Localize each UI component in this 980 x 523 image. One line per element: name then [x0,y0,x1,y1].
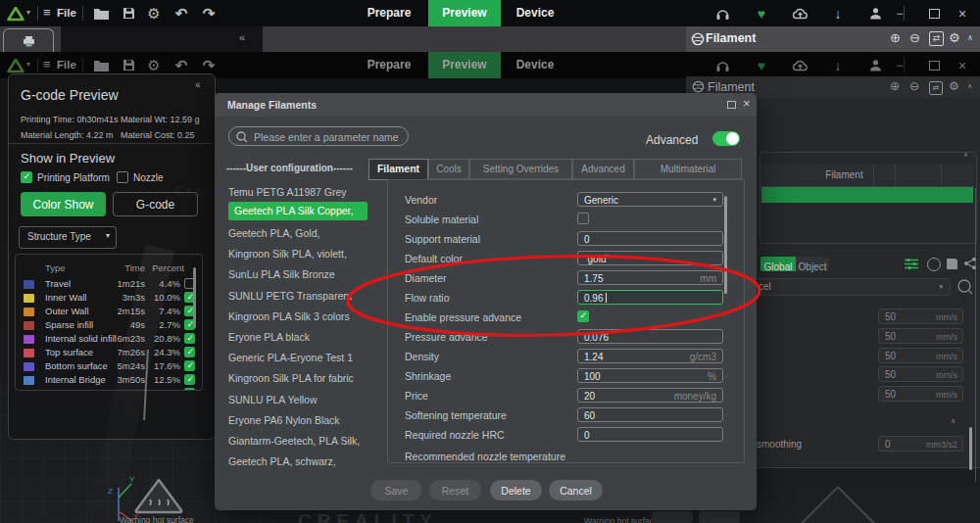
reset-button[interactable]: Reset [429,480,481,500]
list-item[interactable]: Generic PLA-Eryone Test 1 [228,349,375,367]
save-button[interactable]: Save [370,480,422,500]
advanced-toggle[interactable] [712,131,740,146]
speed-input[interactable]: 50mm/s [878,366,963,382]
restore-button[interactable] [929,9,940,19]
list-item[interactable]: SUNLU PLA Yellow [228,391,375,409]
softening-temperature-input[interactable]: 60 [577,407,723,422]
preset-dropdown[interactable]: cel ▾ [755,278,951,296]
settings-gear-icon[interactable]: ⚙ [145,0,163,26]
row-visibility-checkbox[interactable] [184,388,195,391]
list-item[interactable]: SunLu PLA Silk Bronze [228,265,375,284]
filament-color-row[interactable] [761,187,973,203]
row-visibility-checkbox[interactable] [184,360,195,371]
redo-icon[interactable]: ↷ [200,0,218,26]
printing-platform-checkbox[interactable] [21,171,32,183]
dialog-titlebar[interactable]: Manage Filaments × [215,93,757,117]
user-icon[interactable] [866,0,884,26]
document-tab[interactable] [3,28,54,52]
enable-pressure-advance-checkbox[interactable] [577,310,589,322]
tab-multimaterial[interactable]: Multimaterial [634,159,742,179]
collapse-panel-button[interactable]: « [195,79,201,90]
history-icon[interactable] [927,258,941,271]
parameter-search-input[interactable]: Please enter a parameter name [228,126,409,146]
smoothing-input[interactable]: 0mm3/s2 [878,436,963,452]
list-item-selected[interactable]: Geetech PLA Silk Copper, BTBE059A [228,202,368,220]
list-item[interactable]: Kingroon PLA Silk 3 colors Creality F [228,308,375,326]
density-input[interactable]: 1.24g/cm3 [577,349,723,363]
speed-input[interactable]: 50mm/s [878,348,963,363]
nozzle-checkbox[interactable] [117,171,128,183]
save-preset-icon[interactable] [946,258,958,270]
default-color-input[interactable]: "gold" [577,251,723,265]
flow-ratio-input[interactable]: 0.96 [577,290,723,305]
collapse-group-icon[interactable]: ∧ [951,417,956,425]
speed-input[interactable]: 50mm/s [878,386,963,402]
tab-setting-overrides[interactable]: Setting Overrides [469,159,572,179]
list-item[interactable]: Eryone PA6 Nylon Black [228,411,375,430]
speed-input[interactable]: 50mm/s [878,309,963,324]
logo-caret-icon[interactable]: ▾ [26,8,30,17]
shrinkage-input[interactable]: 100% [577,368,723,383]
row-visibility-checkbox[interactable] [184,347,195,357]
color-show-button[interactable]: Color Show [21,192,106,216]
settings-icon[interactable]: ⚙ [949,79,959,93]
price-input[interactable]: 20money/kg [577,388,723,403]
menu-icon[interactable]: ≡ [43,5,51,20]
filament-settings-icon[interactable]: ⚙ [949,30,960,45]
add-filament-icon[interactable]: ⊕ [890,30,901,45]
app-logo[interactable] [7,6,24,22]
tab-advanced[interactable]: Advanced [572,159,634,179]
cancel-button[interactable]: Cancel [549,480,603,500]
list-item[interactable]: Temu PETG A11987 Grey [228,183,375,202]
download-icon[interactable]: ↓ [829,0,847,26]
tab-cools[interactable]: Cools [428,159,469,179]
undo-icon[interactable]: ↶ [172,0,190,26]
cloud-upload-icon[interactable] [790,0,809,26]
headset-icon[interactable] [713,0,731,26]
pressure-advance-input[interactable]: 0.076 [577,329,723,344]
open-folder-icon[interactable] [91,0,111,26]
row-visibility-checkbox[interactable] [184,333,195,344]
vendor-select[interactable]: Generic ▾ [577,192,723,207]
list-item[interactable]: Eryone PLA black [228,328,375,347]
speed-input[interactable]: 50mm/s [878,328,963,344]
tab-prepare[interactable]: Prepare [353,0,425,26]
list-item[interactable]: Giantarm-Geetech, PLA Silk, Rot Sch [228,432,375,451]
dialog-close-button[interactable]: × [743,96,751,111]
swap-filament-icon[interactable]: ⇄ [929,31,944,46]
search-parameter-icon[interactable] [956,278,974,296]
collapse-icon[interactable]: ∧ [967,82,972,90]
structure-type-select[interactable]: Structure Type ▾ [19,226,117,249]
file-menu[interactable]: File [57,7,76,19]
list-item[interactable]: Kingroon Silk PLA, violett, black, blu [228,245,375,263]
list-item[interactable]: Kingroon Silk PLA for fabric print [228,369,375,388]
list-item[interactable]: Geetech PLA, schwarz, BTBE0311AE [228,452,375,471]
scope-global-button[interactable]: Global [760,257,796,271]
add-icon[interactable]: ⊕ [890,79,900,93]
list-item[interactable]: Geetech PLA, Gold, BTBE0310AC [228,224,375,243]
delete-button[interactable]: Delete [490,480,542,500]
panel-scrollbar[interactable] [193,267,196,328]
tab-filament[interactable]: Filament [368,159,428,180]
soluble-material-checkbox[interactable] [577,213,589,224]
diameter-input[interactable]: 1.75mm [577,270,723,285]
document-tab-empty[interactable]: « [61,26,263,52]
row-visibility-checkbox[interactable] [184,374,195,385]
tab-device[interactable]: Device [499,0,571,26]
remove-icon[interactable]: ⊖ [909,79,919,93]
dialog-restore-button[interactable] [727,101,736,109]
close-button[interactable]: × [955,0,970,26]
list-item[interactable]: SUNLU PETG Transparent [228,287,375,306]
sidebar-scrollbar[interactable] [969,427,972,470]
collapse-tabs-button[interactable]: « [239,31,245,43]
required-nozzle-hrc-input[interactable]: 0 [577,427,723,442]
save-icon[interactable] [120,0,137,26]
minimize-button[interactable]: − [892,0,907,26]
favorite-heart-icon[interactable]: ♥ [753,0,770,26]
support-material-input[interactable]: 0 [577,231,723,246]
swap-icon[interactable]: ⇄ [929,81,943,95]
filter-sliders-icon[interactable] [904,258,919,270]
collapse-panel-icon[interactable]: ∧ [967,33,973,42]
form-scrollbar[interactable] [724,196,727,294]
gcode-button[interactable]: G-code [113,192,198,216]
